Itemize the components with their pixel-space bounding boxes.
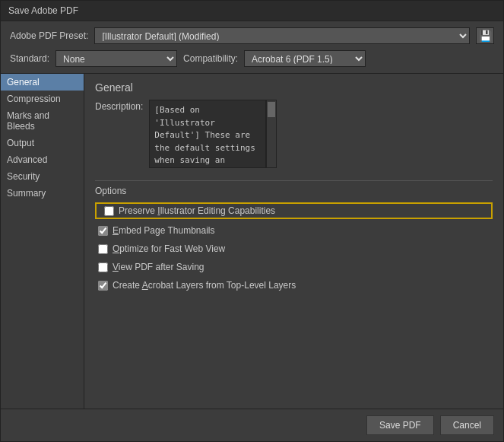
sidebar-item-compression[interactable]: Compression xyxy=(1,91,84,107)
titlebar-label: Save Adobe PDF xyxy=(8,5,78,16)
optimize-web-checkbox[interactable] xyxy=(98,244,108,254)
cancel-button[interactable]: Cancel xyxy=(440,415,494,435)
scrollbar-thumb xyxy=(268,102,275,117)
options-label: Options xyxy=(95,180,493,196)
create-layers-label[interactable]: Create Acrobat Layers from Top-Level Lay… xyxy=(113,280,296,291)
preset-select[interactable]: [Illustrator Default] (Modified) xyxy=(94,27,470,44)
sidebar-item-summary[interactable]: Summary xyxy=(1,185,84,202)
save-pdf-dialog: Save Adobe PDF Adobe PDF Preset: [Illust… xyxy=(0,0,504,442)
standard-label: Standard: xyxy=(10,53,49,64)
checkbox-optimize-web: Optimize for Fast Web View xyxy=(95,242,493,256)
description-wrapper: [Based on 'Illustrator Default'] These a… xyxy=(149,100,277,168)
preserve-illustrator-checkbox[interactable] xyxy=(104,206,114,216)
sidebar-item-output[interactable]: Output xyxy=(1,135,84,151)
compatibility-label: Compatibility: xyxy=(183,53,238,64)
optimize-web-label[interactable]: Optimize for Fast Web View xyxy=(113,243,225,254)
checkbox-view-after-saving: View PDF after Saving xyxy=(95,260,493,274)
view-after-saving-checkbox[interactable] xyxy=(98,262,108,272)
content-area: General Description: [Based on 'Illustra… xyxy=(84,74,503,409)
description-text: [Based on 'Illustrator Default'] These a… xyxy=(149,100,266,168)
titlebar: Save Adobe PDF xyxy=(1,1,503,21)
preserve-illustrator-label[interactable]: Preserve Illustrator Editing Capabilitie… xyxy=(119,205,275,216)
sidebar: General Compression Marks and Bleeds Out… xyxy=(1,74,84,409)
compatibility-select[interactable]: Acrobat 6 (PDF 1.5) xyxy=(244,50,366,67)
embed-thumbnails-label[interactable]: Embed Page Thumbnails xyxy=(113,225,215,236)
description-label: Description: xyxy=(95,100,143,173)
description-row: Description: [Based on 'Illustrator Defa… xyxy=(95,100,493,173)
save-pdf-button[interactable]: Save PDF xyxy=(366,415,434,435)
sidebar-item-marks-bleeds[interactable]: Marks and Bleeds xyxy=(1,107,84,135)
view-after-saving-label[interactable]: View PDF after Saving xyxy=(113,262,204,272)
preset-row: Adobe PDF Preset: [Illustrator Default] … xyxy=(1,21,503,50)
bottom-bar: Save PDF Cancel xyxy=(1,409,503,441)
create-layers-checkbox[interactable] xyxy=(98,281,108,291)
standard-row: Standard: None Compatibility: Acrobat 6 … xyxy=(1,50,503,73)
section-title: General xyxy=(95,81,493,94)
preset-icon-button[interactable]: 💾 xyxy=(476,27,494,44)
sidebar-item-general[interactable]: General xyxy=(1,74,84,91)
embed-thumbnails-checkbox[interactable] xyxy=(98,226,108,236)
sidebar-item-security[interactable]: Security xyxy=(1,168,84,185)
checkbox-preserve-illustrator: Preserve Illustrator Editing Capabilitie… xyxy=(95,202,493,219)
checkbox-create-layers: Create Acrobat Layers from Top-Level Lay… xyxy=(95,278,493,292)
standard-select[interactable]: None xyxy=(55,50,177,67)
sidebar-item-advanced[interactable]: Advanced xyxy=(1,151,84,168)
checkbox-embed-thumbnails: Embed Page Thumbnails xyxy=(95,224,493,237)
description-scrollbar[interactable] xyxy=(266,100,277,168)
preset-label: Adobe PDF Preset: xyxy=(10,30,88,41)
main-content: General Compression Marks and Bleeds Out… xyxy=(1,73,503,409)
